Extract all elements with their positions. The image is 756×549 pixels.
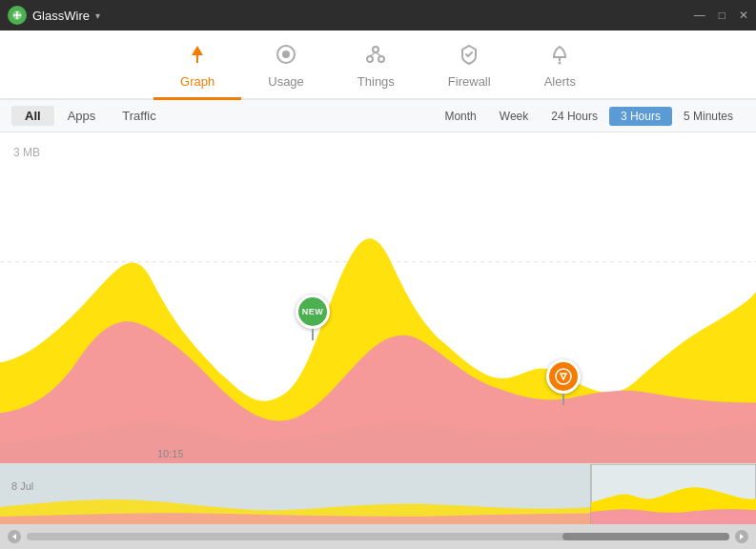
firewall-icon: [457, 42, 481, 71]
svg-point-7: [378, 56, 384, 62]
overview-bar: 8 Jul: [0, 463, 756, 549]
title-bar-left: GlassWire ▾: [8, 6, 100, 25]
title-bar: GlassWire ▾ — □ ✕: [0, 0, 756, 30]
time-label: 10:15: [157, 448, 184, 459]
tab-usage-label: Usage: [268, 74, 304, 89]
filter-left: All Apps Traffic: [11, 106, 433, 126]
nav-tabs: Graph Usage Things: [0, 30, 756, 100]
overview-chart: 8 Jul: [0, 464, 756, 526]
time-5minutes[interactable]: 5 Minutes: [672, 107, 745, 126]
close-button[interactable]: ✕: [739, 9, 748, 22]
new-pin-tail: [312, 329, 314, 340]
svg-marker-19: [12, 534, 16, 539]
y-axis-label: 3 MB: [13, 146, 40, 159]
scrollbar-area: [0, 524, 756, 549]
tab-graph[interactable]: Graph: [153, 38, 241, 98]
new-pin[interactable]: NEW: [296, 295, 330, 340]
svg-marker-1: [192, 46, 203, 55]
svg-point-4: [282, 51, 290, 58]
svg-point-13: [556, 369, 571, 384]
app-logo: [8, 6, 27, 25]
graph-icon: [185, 42, 210, 71]
svg-point-11: [559, 62, 562, 65]
time-month[interactable]: Month: [433, 107, 487, 126]
tab-usage[interactable]: Usage: [241, 38, 331, 98]
time-3hours[interactable]: 3 Hours: [609, 107, 672, 126]
tab-firewall-label: Firewall: [448, 74, 491, 89]
app-chevron[interactable]: ▾: [95, 10, 100, 21]
usage-icon: [274, 42, 298, 71]
window-controls: — □ ✕: [694, 9, 748, 22]
app-title: GlassWire: [32, 9, 90, 23]
filter-traffic[interactable]: Traffic: [109, 106, 169, 126]
things-icon: [363, 42, 388, 71]
new-pin-bubble: NEW: [296, 295, 330, 329]
maximize-button[interactable]: □: [719, 9, 725, 22]
alert-pin[interactable]: [546, 359, 581, 405]
svg-line-8: [370, 52, 376, 56]
filter-bar: All Apps Traffic Month Week 24 Hours 3 H…: [0, 100, 756, 132]
filter-apps[interactable]: Apps: [54, 106, 110, 126]
scrollbar-left-btn[interactable]: [8, 530, 21, 543]
svg-line-15: [563, 374, 566, 379]
svg-line-14: [561, 374, 563, 379]
tab-alerts[interactable]: Alerts: [518, 38, 603, 98]
scrollbar-right-btn[interactable]: [735, 530, 748, 543]
svg-marker-20: [740, 534, 744, 539]
scrollbar-track[interactable]: [27, 533, 729, 540]
filter-right: Month Week 24 Hours 3 Hours 5 Minutes: [433, 107, 745, 126]
overview-date-label: 8 Jul: [11, 480, 33, 492]
overview-svg: [0, 464, 756, 526]
chart-svg: [0, 161, 756, 463]
alerts-icon: [547, 42, 572, 71]
tab-alerts-label: Alerts: [544, 74, 576, 89]
filter-all[interactable]: All: [11, 106, 54, 126]
svg-line-9: [376, 52, 381, 56]
scrollbar-thumb[interactable]: [562, 533, 729, 540]
minimize-button[interactable]: —: [694, 9, 705, 22]
tab-things[interactable]: Things: [331, 38, 421, 98]
time-week[interactable]: Week: [488, 107, 540, 126]
alert-pin-tail: [562, 394, 564, 405]
alert-pin-bubble: [546, 359, 581, 394]
tab-graph-label: Graph: [180, 74, 215, 89]
graph-area: 3 MB NEW: [0, 132, 756, 463]
tab-firewall[interactable]: Firewall: [421, 38, 518, 98]
svg-point-5: [373, 47, 378, 52]
main-window: Graph Usage Things: [0, 30, 756, 549]
svg-point-6: [367, 56, 373, 62]
time-24hours[interactable]: 24 Hours: [540, 107, 609, 126]
tab-things-label: Things: [358, 74, 395, 89]
